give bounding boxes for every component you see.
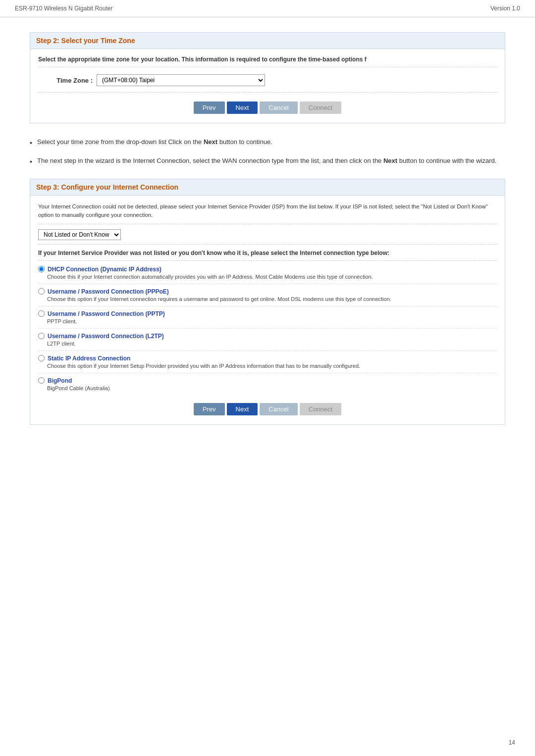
bullet2-bold: Next bbox=[383, 157, 397, 164]
step3-next-button[interactable]: Next bbox=[227, 403, 258, 415]
radio-l2tp[interactable] bbox=[38, 333, 45, 339]
step2-button-row: Prev Next Cancel Connect bbox=[38, 99, 497, 116]
bullet2-text-after: button to continue with the wizard. bbox=[397, 157, 496, 164]
bullet1-bold: Next bbox=[204, 138, 217, 146]
radio-pppoe[interactable] bbox=[38, 288, 45, 295]
connection-type-desc: If your Internet Service Provider was no… bbox=[38, 250, 497, 261]
instructions-list: Select your time zone from the drop-down… bbox=[30, 137, 505, 167]
label-l2tp: Username / Password Connection (L2TP) bbox=[48, 333, 164, 340]
option-pptp: Username / Password Connection (PPTP) PP… bbox=[38, 310, 497, 329]
bullet2-text-before: The next step in the wizard is the Inter… bbox=[37, 157, 383, 164]
page-footer: 14 bbox=[509, 739, 515, 746]
step2-connect-button: Connect bbox=[300, 101, 341, 114]
timezone-select[interactable]: (GMT+08:00) Taipei bbox=[97, 74, 265, 86]
option-l2tp: Username / Password Connection (L2TP) L2… bbox=[38, 333, 497, 351]
desc-dhcp: Choose this if your Internet connection … bbox=[47, 274, 497, 280]
radio-static[interactable] bbox=[38, 355, 45, 361]
desc-l2tp: L2TP client. bbox=[47, 341, 497, 347]
label-pppoe: Username / Password Connection (PPPoE) bbox=[48, 288, 169, 295]
desc-pppoe: Choose this option if your Internet conn… bbox=[47, 296, 497, 302]
page-header: ESR-9710 Wireless N Gigabit Router Versi… bbox=[0, 0, 535, 17]
radio-bigpond[interactable] bbox=[38, 377, 45, 384]
label-pptp: Username / Password Connection (PPTP) bbox=[48, 310, 165, 317]
label-bigpond: BigPond bbox=[48, 377, 72, 384]
instruction-item-2: The next step in the wizard is the Inter… bbox=[30, 156, 505, 167]
label-static: Static IP Address Connection bbox=[48, 355, 130, 362]
timezone-label: Time Zone : bbox=[38, 77, 93, 84]
option-pppoe: Username / Password Connection (PPPoE) C… bbox=[38, 288, 497, 306]
label-dhcp: DHCP Connection (Dynamic IP Address) bbox=[48, 266, 161, 273]
option-static: Static IP Address Connection Choose this… bbox=[38, 355, 497, 373]
bullet1-text-before: Select your time zone from the drop-down… bbox=[37, 138, 204, 146]
option-bigpond: BigPond BigPond Cable (Australia) bbox=[38, 377, 497, 395]
step3-warning: Your Internet Connection could not be de… bbox=[38, 202, 497, 224]
step2-section: Step 2: Select your Time Zone Select the… bbox=[30, 32, 505, 123]
step3-section: Step 3: Configure your Internet Connecti… bbox=[30, 179, 505, 425]
step3-connect-button: Connect bbox=[300, 403, 341, 415]
desc-static: Choose this option if your Internet Setu… bbox=[47, 363, 497, 369]
step2-prev-button[interactable]: Prev bbox=[194, 101, 225, 114]
product-name: ESR-9710 Wireless N Gigabit Router bbox=[15, 5, 112, 12]
desc-bigpond: BigPond Cable (Australia) bbox=[47, 385, 497, 391]
step3-title: Step 3: Configure your Internet Connecti… bbox=[30, 179, 505, 196]
radio-dhcp[interactable] bbox=[38, 266, 45, 272]
option-dhcp: DHCP Connection (Dynamic IP Address) Cho… bbox=[38, 266, 497, 284]
desc-pptp: PPTP client. bbox=[47, 318, 497, 324]
step3-button-row: Prev Next Cancel Connect bbox=[38, 400, 497, 417]
bullet1-text-after: button to continue. bbox=[217, 138, 272, 146]
isp-select-row: Not Listed or Don't Know bbox=[38, 229, 497, 245]
timezone-row: Time Zone : (GMT+08:00) Taipei bbox=[38, 74, 497, 93]
step2-cancel-button[interactable]: Cancel bbox=[260, 101, 297, 114]
isp-dropdown[interactable]: Not Listed or Don't Know bbox=[38, 229, 121, 240]
step2-title: Step 2: Select your Time Zone bbox=[30, 33, 505, 49]
connection-options: DHCP Connection (Dynamic IP Address) Cho… bbox=[38, 266, 497, 395]
step3-cancel-button[interactable]: Cancel bbox=[260, 403, 297, 415]
radio-pptp[interactable] bbox=[38, 310, 45, 317]
step2-next-button[interactable]: Next bbox=[227, 101, 258, 114]
page-number: 14 bbox=[509, 739, 515, 746]
step2-description: Select the appropriate time zone for you… bbox=[38, 56, 497, 67]
step3-prev-button[interactable]: Prev bbox=[194, 403, 225, 415]
version-label: Version 1.0 bbox=[490, 5, 520, 12]
instruction-item-1: Select your time zone from the drop-down… bbox=[30, 137, 505, 148]
